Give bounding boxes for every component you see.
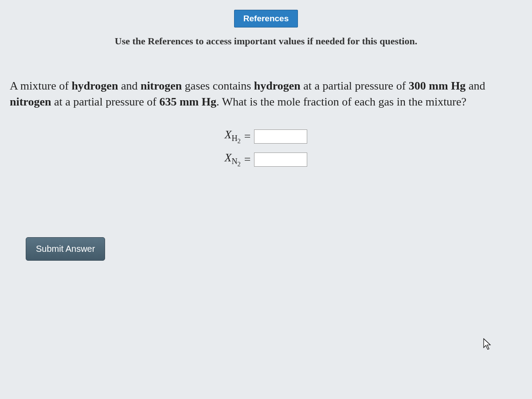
answers-area: XH2 = XN2 = bbox=[0, 128, 532, 168]
header-row: References bbox=[0, 0, 532, 27]
subscript-n: N2 bbox=[231, 157, 240, 166]
q-text: at a partial pressure of bbox=[301, 79, 409, 92]
symbol-x: X bbox=[225, 128, 232, 141]
q-text: and bbox=[118, 79, 141, 92]
equals-sign: = bbox=[244, 130, 251, 143]
q-bold-hydrogen-1: hydrogen bbox=[71, 79, 118, 92]
sub-number: 2 bbox=[238, 160, 241, 167]
answer-row-n2: XN2 = bbox=[225, 151, 308, 168]
q-bold-hydrogen-2: hydrogen bbox=[254, 79, 301, 92]
q-text: at a partial pressure of bbox=[51, 95, 159, 108]
question-text: A mixture of hydrogen and nitrogen gases… bbox=[0, 78, 532, 110]
sub-number: 2 bbox=[238, 137, 241, 145]
q-bold-nitrogen-2: nitrogen bbox=[10, 95, 51, 108]
references-instruction: Use the References to access important v… bbox=[0, 35, 532, 47]
mole-fraction-h2-input[interactable] bbox=[254, 129, 307, 144]
subscript-h: H2 bbox=[231, 134, 240, 143]
q-text: gases contains bbox=[182, 79, 254, 92]
q-text: and bbox=[466, 79, 485, 92]
q-text: A mixture of bbox=[10, 79, 71, 92]
mole-fraction-n2-label: XN2 bbox=[225, 151, 241, 168]
sub-letter: H bbox=[231, 134, 237, 143]
mole-fraction-h2-label: XH2 bbox=[225, 128, 241, 145]
cursor-icon bbox=[482, 338, 492, 350]
sub-letter: N bbox=[231, 157, 237, 166]
q-bold-pressure-2: 635 mm Hg bbox=[159, 95, 216, 108]
answer-row-h2: XH2 = bbox=[225, 128, 308, 145]
q-text: . What is the mole fraction of each gas … bbox=[216, 95, 466, 108]
submit-answer-button[interactable]: Submit Answer bbox=[26, 237, 105, 261]
q-bold-nitrogen-1: nitrogen bbox=[141, 79, 182, 92]
q-bold-pressure-1: 300 mm Hg bbox=[409, 79, 466, 92]
mole-fraction-n2-input[interactable] bbox=[254, 153, 307, 167]
equals-sign: = bbox=[244, 153, 251, 166]
symbol-x: X bbox=[225, 151, 232, 164]
references-button[interactable]: References bbox=[234, 10, 298, 27]
